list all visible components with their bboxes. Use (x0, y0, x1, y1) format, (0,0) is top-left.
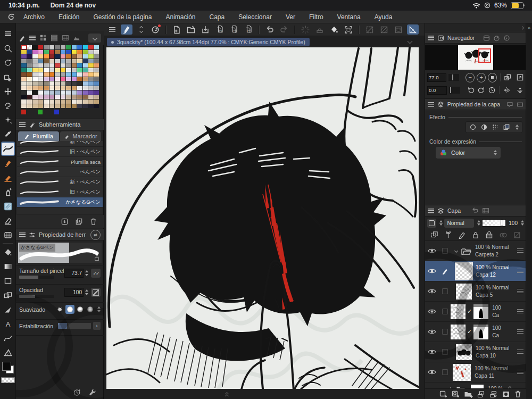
quick-access-tab-icon[interactable] (493, 35, 500, 41)
zoom-value[interactable]: 77.0 (427, 73, 446, 82)
palette-swatch[interactable] (27, 86, 32, 90)
palette-swatch[interactable] (77, 72, 82, 77)
rotate-ccw-button[interactable] (467, 86, 475, 95)
move-tool[interactable] (1, 84, 15, 98)
palette-swatch[interactable] (83, 68, 88, 72)
tone-effect-icon[interactable] (480, 123, 488, 131)
quick-swatch[interactable] (54, 110, 59, 114)
palette-swatch[interactable] (61, 104, 66, 109)
palette-swatch[interactable] (66, 50, 71, 54)
aa-stepper[interactable] (97, 306, 101, 312)
palette-swatch[interactable] (44, 59, 49, 63)
selection-launcher-button[interactable] (364, 24, 376, 35)
palette-swatch[interactable] (38, 86, 44, 90)
busy-indicator-icon[interactable] (300, 24, 311, 35)
palette-swatch[interactable] (32, 99, 38, 104)
layer-drag-handle[interactable] (517, 309, 523, 314)
palette-swatch[interactable] (72, 81, 77, 86)
palette-swatch[interactable] (38, 68, 44, 72)
palette-swatch[interactable] (21, 68, 27, 72)
palette-swatch[interactable] (27, 63, 32, 68)
brush-item[interactable]: Plumilla seca (17, 157, 103, 167)
palette-swatch[interactable] (38, 72, 44, 77)
visibility-eye-icon[interactable] (425, 309, 439, 314)
object-tool[interactable] (1, 70, 15, 84)
palette-swatch[interactable] (27, 104, 32, 109)
layer-checkbox[interactable] (442, 349, 448, 355)
film-tab[interactable] (62, 34, 69, 41)
palette-swatch[interactable] (38, 77, 44, 81)
palette-swatch[interactable] (72, 59, 77, 63)
palette-swatch[interactable] (49, 54, 55, 59)
palette-swatch[interactable] (27, 81, 32, 86)
quick-swatch[interactable] (38, 110, 43, 114)
palette-swatch[interactable] (49, 59, 55, 63)
menu-item[interactable]: Edición (59, 13, 79, 21)
palette-swatch[interactable] (94, 77, 99, 81)
palette-swatch[interactable] (72, 90, 77, 95)
fullscreen-icon[interactable] (516, 73, 524, 81)
visibility-eye-icon[interactable] (425, 349, 439, 355)
palette-swatch[interactable] (94, 54, 99, 59)
palette-swatch[interactable] (77, 81, 82, 86)
palette-swatch[interactable] (88, 99, 94, 104)
palette-swatch[interactable] (94, 68, 99, 72)
palette-swatch[interactable] (44, 99, 49, 104)
panel-collapse-icon[interactable] (520, 26, 524, 29)
palette-swatch[interactable] (61, 54, 66, 59)
palette-swatch[interactable] (38, 90, 44, 95)
menu-item[interactable]: Archivo (23, 13, 45, 21)
transparent-color-chip[interactable] (1, 376, 15, 384)
palette-swatch[interactable] (49, 50, 55, 54)
palette-swatch[interactable] (32, 77, 38, 81)
palette-swatch[interactable] (49, 104, 55, 109)
material-button[interactable] (314, 24, 326, 35)
palette-swatch[interactable] (83, 45, 88, 49)
clip-to-layer-below-icon[interactable] (444, 231, 452, 239)
palette-swatch[interactable] (77, 77, 82, 81)
export-jpg-button[interactable]: jpg (214, 24, 226, 35)
palette-swatch[interactable] (27, 90, 32, 95)
palette-swatch[interactable] (27, 95, 32, 99)
palette-swatch[interactable] (88, 45, 94, 49)
aa-strong-button[interactable] (86, 305, 95, 314)
palette-swatch[interactable] (21, 50, 27, 54)
palette-swatch[interactable] (44, 68, 49, 72)
pen-mode-button[interactable] (121, 24, 132, 35)
palette-swatch[interactable] (66, 90, 71, 95)
visibility-eye-icon[interactable] (425, 288, 439, 294)
palette-swatch[interactable] (77, 50, 82, 54)
palette-swatch[interactable] (88, 90, 94, 95)
fill-tool[interactable] (1, 245, 15, 259)
stabilization-more-button[interactable]: › (93, 322, 101, 330)
palette-swatch[interactable] (66, 45, 71, 49)
palette-collapse-button[interactable] (88, 34, 101, 43)
palette-swatch[interactable] (83, 81, 88, 86)
layer-drag-handle[interactable] (517, 350, 523, 354)
stabilization-slider[interactable] (58, 323, 91, 329)
polyline-tool[interactable] (1, 302, 15, 317)
palette-swatch[interactable] (21, 54, 27, 59)
palette-swatch[interactable] (88, 104, 94, 109)
layer-checkbox[interactable] (442, 329, 448, 335)
gradient-tool[interactable] (1, 259, 15, 273)
reset-settings-icon[interactable] (73, 388, 81, 396)
palette-swatch[interactable] (49, 63, 55, 68)
layer-drag-handle[interactable] (517, 269, 523, 273)
brush-size-minislider[interactable] (19, 276, 54, 279)
new-layer-settings-icon[interactable] (451, 390, 460, 398)
palette-swatch[interactable] (49, 86, 55, 90)
palette-swatch[interactable] (38, 54, 44, 59)
folder-collapse-icon[interactable] (454, 249, 458, 253)
palette-swatch[interactable] (94, 45, 99, 49)
palette-swatch[interactable] (44, 77, 49, 81)
palette-swatch[interactable] (61, 99, 66, 104)
palette-swatch[interactable] (27, 72, 32, 77)
combine-reference-icon[interactable] (499, 231, 508, 239)
palette-swatch[interactable] (88, 81, 94, 86)
open-file-button[interactable] (185, 24, 197, 35)
palette-swatch[interactable] (94, 90, 99, 95)
layer-row-selected[interactable]: 100 % NormalCapa 12 (425, 261, 526, 281)
palette-swatch[interactable] (77, 59, 82, 63)
aa-weak-button[interactable] (65, 305, 74, 314)
